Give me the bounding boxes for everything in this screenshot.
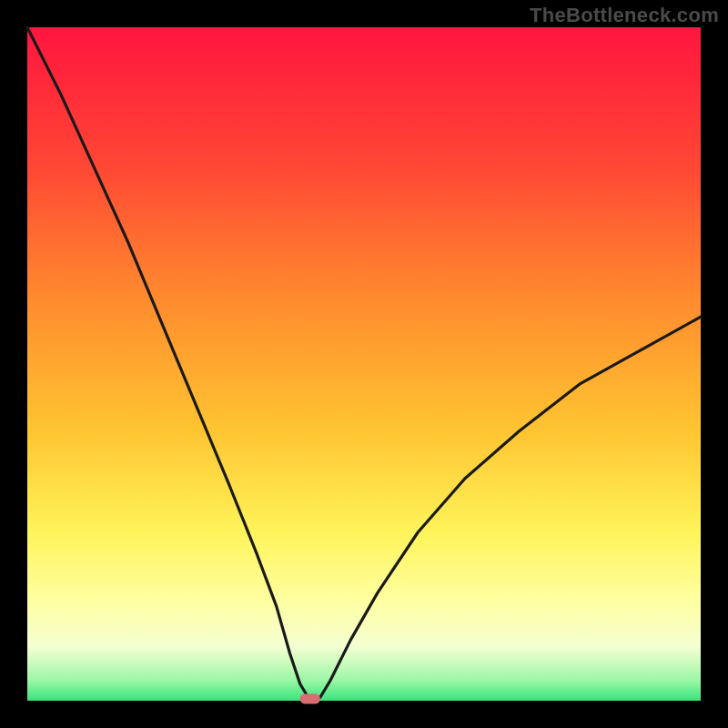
- bottleneck-chart: [0, 0, 728, 728]
- minimum-marker: [300, 694, 320, 704]
- chart-frame: TheBottleneck.com: [0, 0, 728, 728]
- plot-background: [27, 27, 701, 701]
